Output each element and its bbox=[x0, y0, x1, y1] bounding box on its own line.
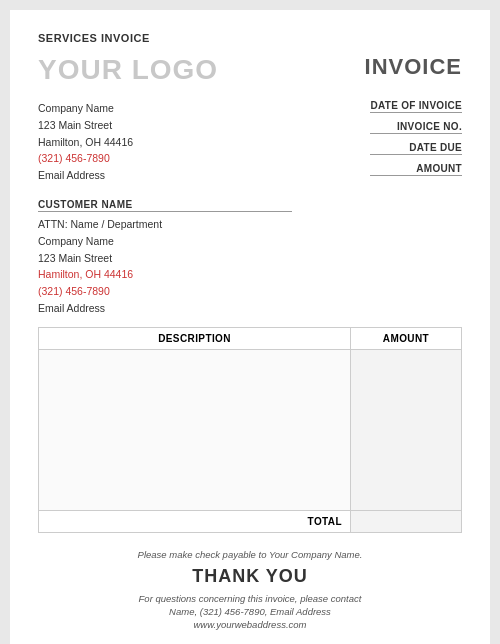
customer-section: CUSTOMER NAME ATTN: Name / Department Co… bbox=[38, 194, 462, 317]
amount-block: AMOUNT bbox=[370, 163, 462, 176]
invoice-number-block: INVOICE NO. bbox=[370, 121, 462, 134]
sender-city: Hamilton, OH 44416 bbox=[38, 134, 133, 151]
amount-body bbox=[351, 350, 461, 510]
customer-city: Hamilton, OH 44416 bbox=[38, 266, 462, 283]
customer-name-label: CUSTOMER NAME bbox=[38, 199, 292, 212]
header-row: YOUR LOGO INVOICE bbox=[38, 54, 462, 86]
customer-left: CUSTOMER NAME ATTN: Name / Department Co… bbox=[38, 194, 462, 317]
customer-info: ATTN: Name / Department Company Name 123… bbox=[38, 216, 462, 317]
invoice-table: DESCRIPTION AMOUNT TOTAL bbox=[38, 327, 462, 533]
desc-body bbox=[39, 350, 351, 510]
customer-street: 123 Main Street bbox=[38, 250, 462, 267]
date-due-label: DATE DUE bbox=[370, 142, 462, 155]
thank-you: THANK YOU bbox=[38, 566, 462, 587]
customer-attn: ATTN: Name / Department bbox=[38, 216, 462, 233]
date-of-invoice-block: DATE OF INVOICE bbox=[370, 100, 462, 113]
date-of-invoice-label: DATE OF INVOICE bbox=[370, 100, 462, 113]
desc-header: DESCRIPTION bbox=[39, 328, 351, 349]
total-label: TOTAL bbox=[39, 511, 351, 532]
table-footer: TOTAL bbox=[39, 510, 461, 532]
sender-company: Company Name bbox=[38, 100, 133, 117]
page-title: SERVICES INVOICE bbox=[38, 32, 462, 44]
amount-label: AMOUNT bbox=[370, 163, 462, 176]
date-due-block: DATE DUE bbox=[370, 142, 462, 155]
invoice-page: SERVICES INVOICE YOUR LOGO INVOICE Compa… bbox=[10, 10, 490, 644]
check-note: Please make check payable to Your Compan… bbox=[38, 549, 462, 560]
sender-info: Company Name 123 Main Street Hamilton, O… bbox=[38, 100, 133, 184]
customer-phone: (321) 456-7890 bbox=[38, 283, 462, 300]
contact-info: Name, (321) 456-7890, Email Address bbox=[38, 606, 462, 617]
invoice-number-label: INVOICE NO. bbox=[370, 121, 462, 134]
footer-section: Please make check payable to Your Compan… bbox=[38, 549, 462, 630]
customer-email: Email Address bbox=[38, 300, 462, 317]
sender-phone: (321) 456-7890 bbox=[38, 150, 133, 167]
amount-header: AMOUNT bbox=[351, 328, 461, 349]
invoice-meta: DATE OF INVOICE INVOICE NO. DATE DUE AMO… bbox=[370, 100, 462, 184]
website: www.yourwebaddress.com bbox=[38, 619, 462, 630]
contact-note: For questions concerning this invoice, p… bbox=[38, 593, 462, 604]
total-value bbox=[351, 511, 461, 532]
invoice-label: INVOICE bbox=[365, 54, 462, 80]
sender-email: Email Address bbox=[38, 167, 133, 184]
customer-company: Company Name bbox=[38, 233, 462, 250]
table-body bbox=[39, 350, 461, 510]
table-header: DESCRIPTION AMOUNT bbox=[39, 328, 461, 350]
meta-section: Company Name 123 Main Street Hamilton, O… bbox=[38, 100, 462, 184]
logo: YOUR LOGO bbox=[38, 54, 218, 86]
sender-street: 123 Main Street bbox=[38, 117, 133, 134]
